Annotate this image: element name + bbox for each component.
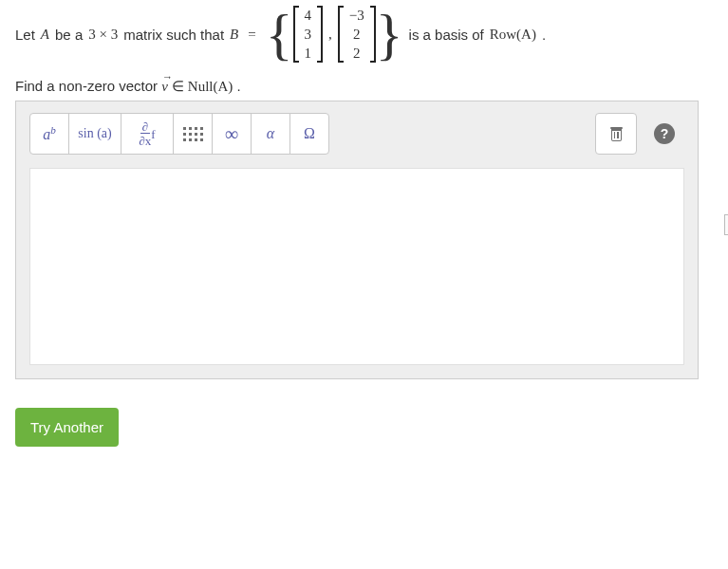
derivative-button[interactable]: ∂ ∂x f <box>121 113 174 155</box>
vector-2: −3 2 2 <box>338 6 376 63</box>
text: Find a non-zero vector <box>15 78 161 94</box>
clear-button[interactable] <box>595 113 637 155</box>
toolbar-group-right: ? <box>595 113 684 155</box>
comma: , <box>328 27 332 43</box>
v1-0: 4 <box>305 6 312 25</box>
exponent-button[interactable]: ab <box>29 113 69 155</box>
alpha-button[interactable]: α <box>251 113 290 155</box>
keypad-icon <box>183 127 203 141</box>
vector-1: 4 3 1 <box>293 6 324 63</box>
question-container: Let A be a 3 × 3 matrix such that B = { … <box>0 0 728 462</box>
notepad-icon[interactable] <box>724 214 728 235</box>
text: . <box>237 78 241 94</box>
v1-1: 3 <box>305 25 312 44</box>
toolbar-group-main: ab sin (a) ∂ ∂x f <box>29 113 329 155</box>
null-space: Null(A) <box>188 79 233 94</box>
basis-set: { 4 3 1 , −3 2 2 <box>266 6 403 63</box>
row-space: Row(A) <box>490 27 536 43</box>
v2-0: −3 <box>349 6 364 25</box>
trash-icon <box>610 127 623 141</box>
brace-left-icon: { <box>266 6 293 63</box>
omega-button[interactable]: Ω <box>289 113 329 155</box>
equation-editor: ab sin (a) ∂ ∂x f <box>15 101 699 379</box>
problem-statement: Let A be a 3 × 3 matrix such that B = { … <box>15 6 713 63</box>
v2-2: 2 <box>349 44 364 63</box>
equals: = <box>248 27 255 43</box>
task-statement: Find a non-zero vector v ∈ Null(A) . <box>15 78 713 95</box>
infinity-button[interactable]: ∞ <box>212 113 252 155</box>
text: . <box>542 27 546 43</box>
action-row: Try Another <box>15 408 713 447</box>
variable-A: A <box>41 27 49 43</box>
try-another-button[interactable]: Try Another <box>15 408 119 447</box>
help-button[interactable]: ? <box>644 113 684 155</box>
help-icon: ? <box>654 123 675 144</box>
matrix-size: 3 × 3 <box>88 27 118 43</box>
editor-toolbar: ab sin (a) ∂ ∂x f <box>16 101 698 160</box>
vector-v: v <box>161 79 168 94</box>
text: be a <box>55 27 83 43</box>
v2-1: 2 <box>349 25 364 44</box>
text: Let <box>15 27 35 43</box>
script-B: B <box>230 27 238 43</box>
answer-input[interactable] <box>29 168 684 365</box>
trig-button[interactable]: sin (a) <box>68 113 121 155</box>
element-of: ∈ <box>172 79 188 94</box>
brace-right-icon: } <box>376 6 403 63</box>
keypad-button[interactable] <box>173 113 213 155</box>
text: matrix such that <box>123 27 224 43</box>
text: is a basis of <box>409 27 484 43</box>
v1-2: 1 <box>305 44 312 63</box>
